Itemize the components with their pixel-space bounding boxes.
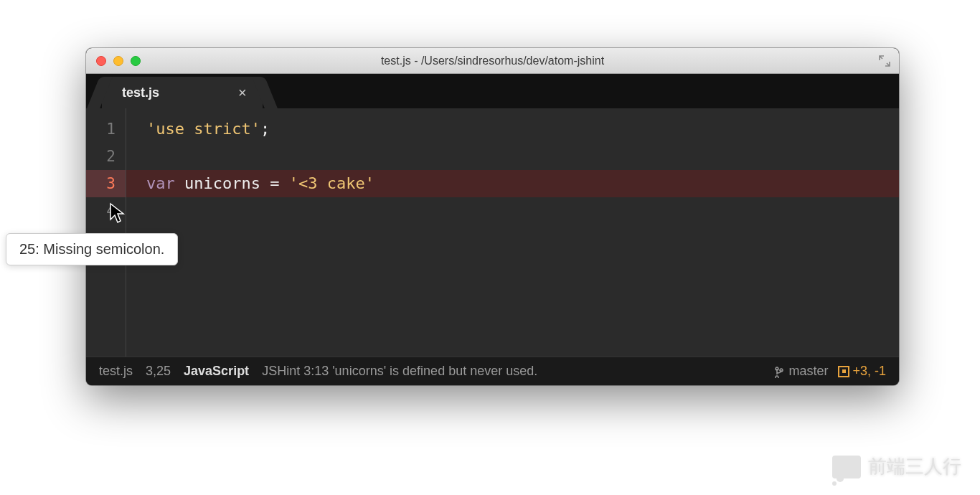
window-minimize-button[interactable] (113, 56, 123, 66)
line-number[interactable]: 2 (86, 143, 126, 170)
git-branch[interactable]: master (774, 364, 828, 379)
gutter: 1234 (86, 108, 126, 357)
line-number[interactable]: 4 (86, 197, 126, 225)
editor-window: test.js - /Users/sindresorhus/dev/atom-j… (86, 48, 899, 385)
line-number[interactable]: 1 (86, 116, 126, 143)
code-area[interactable]: 'use strict';var unicorns = '<3 cake' (126, 108, 899, 357)
git-diff-icon (838, 366, 849, 377)
watermark-text: 前端三人行 (868, 454, 961, 479)
status-bar: test.js 3,25 JavaScript JSHint 3:13 'uni… (86, 357, 899, 385)
tab-title: test.js (122, 85, 159, 100)
lint-tooltip: 25: Missing semicolon. (6, 233, 178, 265)
status-language[interactable]: JavaScript (184, 364, 249, 379)
code-line[interactable]: var unicorns = '<3 cake' (126, 170, 899, 197)
git-branch-icon (774, 365, 784, 378)
code-line[interactable] (146, 143, 899, 170)
traffic-lights (86, 56, 141, 66)
tab-bar: test.js × (86, 74, 899, 108)
line-number[interactable]: 3 (86, 170, 126, 197)
code-editor[interactable]: 1234 'use strict';var unicorns = '<3 cak… (86, 108, 899, 357)
code-line[interactable]: 'use strict'; (146, 116, 899, 143)
git-branch-name: master (788, 364, 828, 379)
status-filename[interactable]: test.js (99, 364, 133, 379)
window-close-button[interactable] (96, 56, 106, 66)
watermark: 前端三人行 (832, 454, 961, 479)
git-diff-text: +3, -1 (852, 364, 886, 379)
lint-tooltip-text: 25: Missing semicolon. (19, 241, 164, 257)
window-maximize-button[interactable] (131, 56, 141, 66)
status-lint-message[interactable]: JSHint 3:13 'unicorns' is defined but ne… (262, 364, 537, 379)
code-line[interactable] (146, 197, 899, 225)
titlebar[interactable]: test.js - /Users/sindresorhus/dev/atom-j… (86, 48, 899, 74)
fullscreen-icon[interactable] (879, 55, 890, 70)
window-title: test.js - /Users/sindresorhus/dev/atom-j… (86, 55, 899, 67)
git-diff-stats[interactable]: +3, -1 (838, 364, 886, 379)
tab-close-icon[interactable]: × (238, 85, 247, 101)
status-cursor-position[interactable]: 3,25 (146, 364, 171, 379)
wechat-icon (832, 456, 861, 478)
tab-testjs[interactable]: test.js × (102, 77, 263, 108)
